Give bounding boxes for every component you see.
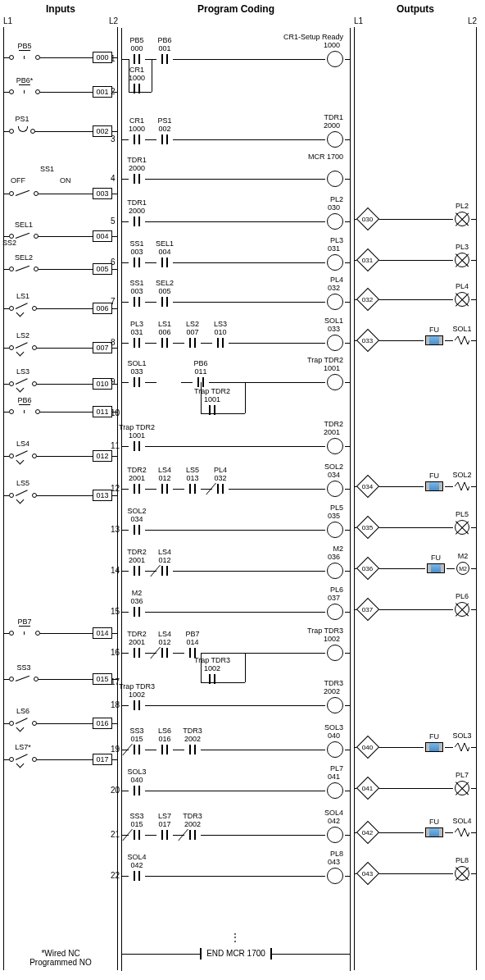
output-rung: 042FUSOL4 xyxy=(355,824,476,841)
contact-label: Trap TDR3 xyxy=(194,656,230,664)
contact-addr: 1000 xyxy=(129,74,145,82)
contact-label: SOL4 xyxy=(127,853,146,861)
program-rung: SS3015LS6016TDR32002SOL3040 xyxy=(122,741,350,758)
pushbutton-icon: PB6 xyxy=(16,408,34,416)
limit-switch-icon: LS7* xyxy=(16,754,30,764)
input-label: PB6 xyxy=(17,396,31,404)
coil-addr: 1002 xyxy=(324,635,340,643)
contact-label: LS4 xyxy=(158,466,171,474)
rung-number: 3 xyxy=(111,134,116,144)
solenoid-icon: SOL2 xyxy=(455,481,469,492)
no-contact: LS1006 xyxy=(158,338,171,348)
motor-icon: M2M2 xyxy=(456,562,469,575)
contact-label: SEL2 xyxy=(156,279,174,287)
solenoid-icon: SOL1 xyxy=(455,335,469,346)
coil: SOL2034 xyxy=(327,481,343,497)
contact-label: TDR3 xyxy=(183,727,202,735)
coil-addr: 035 xyxy=(328,512,340,520)
contact-label: LS1 xyxy=(158,320,171,328)
coil-label: PL6 xyxy=(278,586,343,594)
diagram-root: Inputs L1 L2 SS1 OFF ON *Wired NC Progra… xyxy=(3,3,482,971)
no-contact: SOL2034 xyxy=(130,525,143,535)
program-rung: SOL2034PL5035 xyxy=(122,522,350,538)
output-rung: 031PL3 xyxy=(355,252,476,268)
input-address: 003 xyxy=(93,188,112,199)
contact-addr: 2000 xyxy=(129,207,145,215)
end-mcr-label: END MCR 1700 xyxy=(200,948,272,959)
rung-number: 4 xyxy=(111,174,116,183)
output-rung: 036FUM2M2 xyxy=(355,560,476,577)
contact-addr: 2001 xyxy=(129,474,145,482)
coil-label: PL8 xyxy=(278,850,343,858)
contact-label: SOL3 xyxy=(127,768,146,776)
rung-number: 8 xyxy=(111,338,116,347)
nc-contact: PL4032 xyxy=(214,484,227,494)
coil: PL4032 xyxy=(327,294,343,310)
contact-label: SS1 xyxy=(129,239,143,248)
input-label: LS4 xyxy=(16,440,29,448)
no-contact: Trap TDR31002 xyxy=(130,700,143,710)
program-header: Program Coding xyxy=(121,3,351,15)
end-mcr: END MCR 1700 xyxy=(122,948,350,959)
terminal-icon xyxy=(9,381,14,386)
output-label: PL7 xyxy=(456,771,469,779)
input-label: PB6* xyxy=(16,76,34,84)
fuse-icon: FU xyxy=(425,742,443,752)
contact-label: PB6 xyxy=(157,36,171,44)
program-rung: SS1003SEL2005PL4032 xyxy=(122,294,350,310)
limit-switch-icon: LS5 xyxy=(16,490,30,500)
output-label: SOL1 xyxy=(452,325,471,333)
contact-label: CR1 xyxy=(129,66,144,74)
no-contact: SEL2005 xyxy=(158,297,171,307)
coil-addr: 034 xyxy=(328,471,340,479)
nc-contact: TDR32002 xyxy=(186,830,199,840)
input-rung: SEL1004 xyxy=(4,230,117,242)
output-address-diamond: 034 xyxy=(360,478,376,495)
ss2-label: SS2 xyxy=(2,239,16,247)
contact-label: Trap TDR2 xyxy=(194,387,230,395)
input-address: 011 xyxy=(93,406,112,417)
no-contact: LS4012 xyxy=(158,484,171,494)
no-contact: TDR22001 xyxy=(130,648,143,658)
input-rung: LS1006 xyxy=(4,303,117,314)
input-rung: SS3015 xyxy=(4,673,117,685)
input-address: 013 xyxy=(93,490,112,501)
contact-addr: 001 xyxy=(158,44,170,52)
coil-label: PL3 xyxy=(278,236,343,244)
contact-addr: 2002 xyxy=(184,820,201,828)
coil-addr: 036 xyxy=(328,553,340,561)
no-contact: SS1003 xyxy=(130,297,143,307)
contact-addr: 015 xyxy=(130,735,143,743)
input-rung: LS7*017 xyxy=(4,754,117,765)
no-contact: LS7017 xyxy=(158,830,171,840)
inputs-ladder: SS1 OFF ON *Wired NC Programmed NO PB500… xyxy=(3,27,118,970)
coil: TDR22001 xyxy=(327,438,343,454)
input-address: 004 xyxy=(93,230,112,242)
no-contact: SEL1004 xyxy=(158,258,171,267)
contact-addr: 004 xyxy=(158,248,170,256)
pushbutton-icon: PB6* xyxy=(16,88,34,96)
coil-label: PL4 xyxy=(278,276,343,284)
input-label: PB7 xyxy=(17,618,31,626)
output-rung: 040FUSOL3 xyxy=(355,739,476,755)
input-address: 006 xyxy=(93,303,112,314)
contact-label: LS4 xyxy=(158,548,171,556)
contact-label: PB5 xyxy=(129,36,143,44)
no-contact: TDR12000 xyxy=(130,174,143,184)
program-rung: SOL4042PL8043 xyxy=(122,868,350,884)
program-rung: Trap TDR31002TDR32002 xyxy=(122,697,350,713)
contact-addr: 036 xyxy=(130,597,143,605)
terminal-icon xyxy=(9,191,14,196)
pushbutton-icon: PB7 xyxy=(16,629,34,637)
rung-number: 6 xyxy=(111,258,116,267)
terminal-icon xyxy=(9,721,14,726)
coil: M2036 xyxy=(327,563,343,579)
program-rung: SS1003SEL1004PL3031 xyxy=(122,254,350,271)
input-address: 000 xyxy=(93,52,112,63)
contact-addr: 005 xyxy=(158,287,170,295)
coil-label: M2 xyxy=(278,545,343,553)
output-address-diamond: 031 xyxy=(360,252,376,268)
input-label: LS5 xyxy=(16,479,29,487)
contact-addr: 012 xyxy=(158,556,170,564)
output-rung: 033FUSOL1 xyxy=(355,332,476,349)
